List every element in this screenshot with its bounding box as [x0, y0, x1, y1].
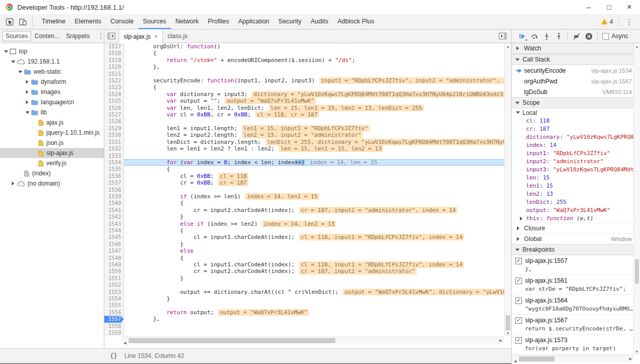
code-text[interactable]: [124, 302, 504, 309]
scope-var-input1[interactable]: input1: "RDpbLfCPsJZ7fiv": [512, 149, 640, 158]
line-number[interactable]: 1536: [104, 173, 124, 179]
scope-closure-node[interactable]: Closure: [512, 223, 640, 233]
watch-section-header[interactable]: Watch: [512, 43, 640, 54]
code-text[interactable]: len = len1 > len2 ? len1 : len2;len = 15…: [124, 145, 504, 152]
line-number[interactable]: 1550: [104, 268, 124, 275]
tree-row-verify.js[interactable]: verify.js: [0, 158, 104, 168]
code-text[interactable]: [124, 118, 504, 125]
tree-row-languagecn[interactable]: language/cn: [0, 97, 104, 107]
line-number[interactable]: 1535: [104, 166, 124, 172]
code-text[interactable]: [124, 282, 504, 288]
line-number[interactable]: 1549: [104, 261, 124, 268]
main-tab-timeline[interactable]: Timeline: [37, 14, 70, 29]
code-text[interactable]: [124, 153, 504, 159]
navigator-tab-conten[interactable]: Conten...: [32, 31, 63, 41]
scope-var-index[interactable]: index: 14: [512, 141, 640, 149]
line-number[interactable]: 1558: [104, 323, 124, 329]
tree-row-jquery-1.10.1.min.js[interactable]: jquery-1.10.1.min.js: [0, 128, 104, 138]
code-text[interactable]: len1 = input1.length;len1 = 15, input1 =…: [124, 125, 504, 132]
line-number[interactable]: 1537: [104, 179, 124, 186]
scope-var-cr[interactable]: cr: 187: [512, 125, 640, 133]
editor-horizontal-scrollbar[interactable]: ◀ ▶: [122, 337, 504, 344]
breakpoints-section-header[interactable]: Breakpoints: [512, 244, 640, 255]
expanded-arrow-icon[interactable]: [3, 48, 9, 55]
breakpoint-checkbox[interactable]: ✓: [515, 297, 522, 304]
step-into-icon[interactable]: [540, 31, 552, 42]
collapsed-arrow-icon[interactable]: [24, 90, 31, 94]
code-text[interactable]: [124, 329, 504, 336]
pause-on-exceptions-icon[interactable]: [583, 31, 595, 42]
code-text[interactable]: securityEncode: function(input1, input2,…: [124, 77, 504, 84]
scope-var-len2[interactable]: len2: 13: [512, 190, 640, 198]
tree-row-dynaform[interactable]: dynaform: [0, 77, 104, 87]
line-number[interactable]: 1529: [104, 125, 124, 132]
line-number[interactable]: 1540: [104, 200, 124, 206]
scope-var-len1[interactable]: len1: 15: [512, 182, 640, 190]
code-text[interactable]: }: [124, 295, 504, 302]
scope-var-output[interactable]: output: "WaQ7xPr3L41vMwK": [512, 206, 640, 215]
breakpoint-entry-slp-ajax-js-1561[interactable]: ✓slp-ajax.js:1561var strDe = "RDpbLfCPsJ…: [512, 275, 640, 295]
line-number[interactable]: 1541: [104, 207, 124, 214]
code-text[interactable]: cl = input1.charCodeAt(index);cl = 118, …: [124, 234, 504, 240]
expanded-arrow-icon[interactable]: [10, 58, 16, 65]
scope-global-node[interactable]: Global Window: [512, 233, 640, 244]
breakpoint-checkbox[interactable]: ✓: [515, 258, 522, 264]
tree-row-web-static[interactable]: web-static: [0, 67, 104, 77]
scroll-right-arrow[interactable]: ▶: [627, 355, 634, 362]
code-editor[interactable]: 1517 orgDsUrl: function()1518 {1519 retu…: [104, 43, 504, 337]
line-number[interactable]: 1543: [104, 221, 124, 227]
tree-row-nodomain[interactable]: (no domain): [0, 178, 104, 189]
overflow-menu-icon[interactable]: ⋮: [622, 18, 637, 26]
scope-var-dictionary[interactable]: dictionary: "yLwV10zKqws7LgKPRQ8: [512, 133, 640, 141]
tree-row-192.168.1.1[interactable]: 192.168.1.1: [0, 56, 104, 67]
code-text[interactable]: {: [124, 255, 504, 261]
code-text[interactable]: cl = input1.charCodeAt(index);cl = 118, …: [124, 261, 504, 268]
code-text[interactable]: var dictionary = input3;dictionary = "yL…: [124, 91, 504, 98]
code-text[interactable]: else if (index >= len2)index = 14, len2 …: [124, 221, 504, 227]
scrollbar-thumb[interactable]: [519, 356, 555, 361]
warning-count[interactable]: 4: [609, 18, 613, 25]
maximize-button[interactable]: □: [599, 0, 619, 14]
code-text[interactable]: }: [124, 214, 504, 220]
line-number[interactable]: 1524: [104, 91, 124, 98]
navigator-tab-sources[interactable]: Sources: [3, 31, 31, 41]
code-text[interactable]: orgDsUrl: function(): [124, 43, 504, 50]
line-number[interactable]: 1548: [104, 255, 124, 261]
scope-var-input2[interactable]: input2: "administrator": [512, 158, 640, 166]
scroll-left-arrow[interactable]: ◀: [512, 358, 518, 364]
line-number[interactable]: 1530: [104, 132, 124, 138]
file-tab-slp-ajax-js[interactable]: slp-ajax.js×: [119, 29, 163, 43]
collapsed-arrow-icon[interactable]: [24, 80, 31, 84]
line-number[interactable]: 1545: [104, 234, 124, 240]
file-tab-class-js[interactable]: class.js: [163, 29, 192, 43]
call-stack-section-header[interactable]: Call Stack: [512, 54, 640, 65]
line-number[interactable]: 1520: [104, 64, 124, 70]
editor-vertical-scrollbar[interactable]: ▲ ▼: [504, 43, 511, 337]
code-text[interactable]: [124, 187, 504, 193]
line-number[interactable]: 1533: [104, 153, 124, 159]
code-text[interactable]: [124, 71, 504, 77]
scrollbar-thumb[interactable]: [635, 259, 639, 284]
line-number[interactable]: 1554: [104, 295, 124, 302]
close-tab-icon[interactable]: ×: [154, 30, 158, 43]
code-text[interactable]: len2 = input2.length;len2 = 13, input2 =…: [124, 132, 504, 138]
code-text[interactable]: else: [124, 248, 504, 254]
line-number[interactable]: 1527: [104, 111, 124, 118]
line-number[interactable]: 1542: [104, 214, 124, 220]
deactivate-breakpoints-icon[interactable]: [570, 31, 583, 42]
code-text[interactable]: if (index >= len1)index = 14, len1 = 15: [124, 193, 504, 200]
code-text[interactable]: for (var index = 0; index < len; index++…: [124, 159, 504, 166]
tree-row-index[interactable]: (index): [0, 168, 104, 178]
scope-section-header[interactable]: Scope: [512, 97, 640, 108]
line-number[interactable]: 1544: [104, 227, 124, 234]
main-tab-network[interactable]: Network: [171, 14, 203, 29]
breakpoint-entry-slp-ajax-js-1573[interactable]: ✓slp-ajax.js:1573for(var porperty in tar…: [512, 335, 640, 354]
scope-this-entry[interactable]: this: function (e,t): [512, 215, 640, 223]
line-number[interactable]: 1519: [104, 57, 124, 64]
code-text[interactable]: {: [124, 227, 504, 234]
main-tab-sources[interactable]: Sources: [138, 14, 171, 29]
main-tab-profiles[interactable]: Profiles: [203, 14, 234, 29]
main-tab-audits[interactable]: Audits: [306, 14, 333, 29]
main-tab-console[interactable]: Console: [106, 14, 138, 29]
scope-var-lenDict[interactable]: lenDict: 255: [512, 198, 640, 206]
